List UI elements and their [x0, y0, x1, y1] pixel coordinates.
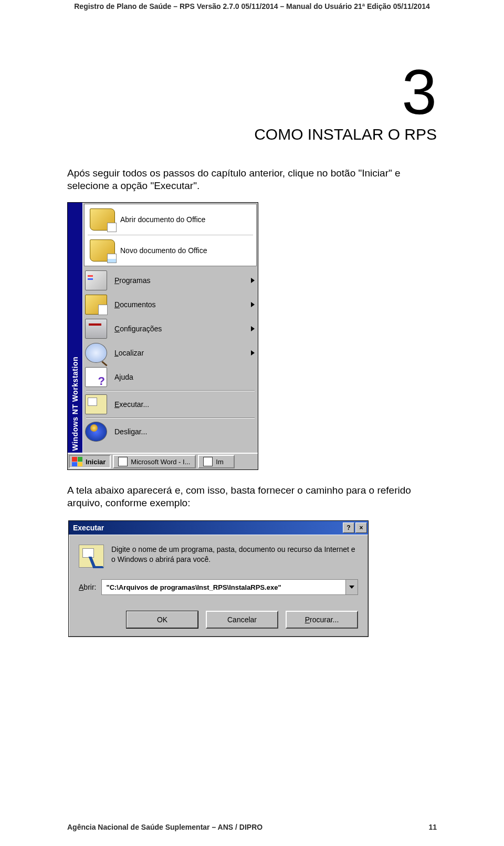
taskbar-task-im[interactable]: Im [198, 455, 235, 468]
menu-label: Configurações [114, 325, 243, 333]
title-bar-buttons: ? × [343, 523, 367, 533]
run-dialog-icon [79, 545, 104, 568]
office-new-label: Novo documento do Office [120, 246, 207, 255]
chapter-title: COMO INSTALAR O RPS [216, 126, 437, 143]
start-button[interactable]: Iniciar [69, 455, 111, 468]
menu-item-executar[interactable]: Executar... [83, 392, 258, 416]
search-icon [85, 343, 107, 363]
taskbar: Iniciar Microsoft Word - I... Im [68, 453, 258, 469]
cancel-button-label: Cancelar [227, 615, 257, 624]
menu-label: Desligar... [114, 427, 243, 436]
titlebar-help-button[interactable]: ? [343, 523, 354, 533]
app-icon [203, 457, 213, 466]
divider [86, 417, 255, 419]
programs-icon [85, 270, 107, 290]
menu-label: Programas [114, 276, 243, 285]
chapter-block: 3 COMO INSTALAR O RPS [216, 60, 437, 143]
ok-button-label: OK [157, 615, 167, 624]
footer-text: Agência Nacional de Saúde Suplementar – … [67, 823, 262, 831]
chapter-number: 3 [216, 60, 437, 123]
chevron-right-icon [251, 278, 255, 283]
divider [88, 235, 253, 235]
help-icon [85, 367, 107, 387]
question-icon: ? [346, 524, 350, 531]
documents-icon [85, 295, 107, 315]
menu-label: Documentos [114, 300, 243, 309]
dialog-title-bar: Executar ? × [69, 521, 368, 535]
chevron-right-icon [251, 302, 255, 307]
menu-label: Executar... [114, 400, 243, 409]
open-field-row: Abrir: "C:\Arquivos de programas\Inst_RP… [79, 579, 358, 595]
menu-item-ajuda[interactable]: Ajuda [83, 365, 258, 389]
ok-button[interactable]: OK [126, 611, 198, 629]
menu-item-configuracoes[interactable]: Configurações [83, 317, 258, 341]
second-paragraph: A tela abaixo aparecerá e, com isso, bas… [67, 484, 437, 509]
menu-item-documentos[interactable]: Documentos [83, 293, 258, 317]
browse-button[interactable]: Procurar... [286, 611, 358, 629]
folder-new-icon [90, 239, 115, 262]
dialog-body: Digite o nome de um programa, pasta, doc… [69, 535, 368, 636]
cancel-button[interactable]: Cancelar [206, 611, 278, 629]
windows-nt-banner: Windows NT Workstation [68, 203, 82, 453]
taskbar-task-label: Im [216, 458, 223, 466]
taskbar-task-label: Microsoft Word - I... [131, 458, 190, 466]
browse-button-label: Procurar... [305, 615, 339, 624]
open-combobox[interactable]: "C:\Arquivos de programas\Inst_RPS\Insta… [101, 579, 358, 595]
divider [86, 390, 255, 391]
menu-item-localizar[interactable]: Localizar [83, 341, 258, 365]
chevron-down-icon [349, 586, 354, 589]
close-icon: × [359, 524, 363, 531]
windows-nt-banner-text: Windows NT Workstation [71, 354, 79, 453]
running-header: Registro de Plano de Saúde – RPS Versão … [0, 2, 504, 11]
run-dialog: Executar ? × Digite o nome de um program… [68, 520, 369, 637]
start-menu-panel: Windows NT Workstation Abrir documento d… [68, 203, 258, 453]
windows-logo-icon [72, 457, 82, 466]
dialog-button-row: OK Cancelar Procurar... [79, 611, 358, 629]
open-label: Abrir: [79, 583, 96, 591]
settings-icon [85, 319, 107, 339]
chevron-right-icon [251, 326, 255, 331]
office-open-label: Abrir documento do Office [120, 215, 205, 224]
office-open-document[interactable]: Abrir documento do Office [85, 205, 256, 234]
intro-paragraph: Após seguir todos os passos do capítulo … [67, 167, 437, 192]
dialog-message: Digite o nome de um programa, pasta, doc… [111, 545, 358, 568]
menu-item-desligar[interactable]: Desligar... [83, 420, 258, 444]
open-combobox-dropdown-button[interactable] [345, 580, 358, 594]
start-button-label: Iniciar [86, 458, 106, 466]
office-new-document[interactable]: Novo documento do Office [85, 236, 256, 265]
dialog-title: Executar [73, 524, 104, 532]
taskbar-task-word[interactable]: Microsoft Word - I... [113, 455, 196, 468]
office-section: Abrir documento do Office Novo documento… [84, 204, 257, 266]
shutdown-icon [85, 422, 107, 442]
titlebar-close-button[interactable]: × [355, 523, 367, 533]
app-icon [118, 457, 128, 466]
dialog-message-row: Digite o nome de um programa, pasta, doc… [79, 545, 358, 568]
menu-label: Localizar [114, 349, 243, 357]
start-menu-screenshot: Windows NT Workstation Abrir documento d… [67, 202, 258, 470]
start-menu-items: Programas Documentos Configurações Local… [83, 267, 258, 453]
run-icon [85, 394, 107, 414]
menu-label: Ajuda [114, 373, 243, 381]
folder-open-icon [90, 208, 115, 231]
open-combobox-value[interactable]: "C:\Arquivos de programas\Inst_RPS\Insta… [102, 580, 345, 594]
chevron-right-icon [251, 350, 255, 356]
menu-item-programas[interactable]: Programas [83, 268, 258, 293]
page-number: 11 [428, 823, 437, 831]
start-menu-body: Abrir documento do Office Novo documento… [82, 203, 258, 453]
